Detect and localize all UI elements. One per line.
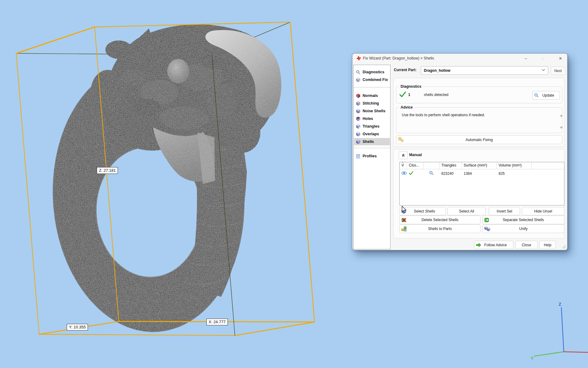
column-volume: Volume (mm³) bbox=[497, 162, 532, 169]
sidebar-item-overlaps[interactable]: Overlaps bbox=[354, 130, 390, 138]
minimize-button[interactable]: – bbox=[520, 54, 532, 62]
table-header-row: ^V Clos... Triangles Surface (mm²) Volum… bbox=[400, 162, 564, 169]
sidebar-item-stitching[interactable]: Stitching bbox=[354, 100, 390, 107]
follow-advice-button[interactable]: Follow Advice bbox=[474, 241, 513, 249]
cube-overlap-icon bbox=[356, 132, 360, 136]
separate-shell-icon bbox=[484, 217, 490, 223]
hide-unsel-button[interactable]: Hide Unsel bbox=[522, 207, 564, 215]
check-icon bbox=[409, 171, 413, 175]
shells-table[interactable]: ^V Clos... Triangles Surface (mm²) Volum… bbox=[399, 162, 564, 205]
dialog-titlebar[interactable]: Fix Wizard (Part: Dragon_hollow) > Shell… bbox=[352, 54, 567, 63]
cube-icon bbox=[356, 78, 360, 82]
close-button[interactable]: Close bbox=[515, 241, 537, 249]
cube-stitch-icon bbox=[356, 101, 360, 106]
cube-triangle-icon bbox=[356, 124, 360, 129]
sidebar-item-normals[interactable]: Normals bbox=[354, 92, 390, 99]
shells-to-parts-button[interactable]: Shells to Parts bbox=[399, 224, 481, 233]
resize-grip[interactable] bbox=[561, 244, 566, 248]
cube-noise-icon bbox=[356, 109, 360, 113]
sidebar-item-holes[interactable]: Holes bbox=[354, 115, 390, 122]
cell-volume: 825 bbox=[497, 171, 532, 176]
wizard-sidebar: Diagnostics Combined Fix Normals bbox=[353, 65, 390, 249]
axis-triad bbox=[534, 308, 588, 356]
cell-surface: 1384 bbox=[462, 171, 497, 176]
eye-icon[interactable] bbox=[401, 171, 407, 175]
advice-text: Use the tools to perform shell operation… bbox=[402, 113, 485, 117]
invert-sel-button[interactable]: Invert Sel bbox=[489, 207, 520, 215]
next-button[interactable]: Next bbox=[551, 67, 565, 75]
sidebar-item-profiles[interactable]: Profiles bbox=[354, 152, 390, 160]
dialog-title: Fix Wizard (Part: Dragon_hollow) > Shell… bbox=[363, 56, 434, 60]
advice-groupbox: Advice Use the tools to perform shell op… bbox=[396, 107, 562, 133]
delete-shell-icon bbox=[401, 217, 407, 223]
column-triangles: Triangles bbox=[439, 162, 462, 169]
table-row[interactable]: 823240 1384 825 bbox=[400, 169, 564, 178]
gears-icon: ⚙⚙ bbox=[398, 136, 405, 143]
select-all-button[interactable]: Select All bbox=[447, 207, 486, 215]
shells-to-parts-icon bbox=[401, 226, 407, 232]
sidebar-item-triangles[interactable]: Triangles bbox=[354, 123, 390, 130]
mouse-cursor bbox=[401, 206, 407, 213]
current-part-label: Current Part: bbox=[394, 68, 417, 72]
dim-label-z: Z: 27.181 bbox=[97, 167, 118, 174]
fix-wizard-dialog: Fix Wizard (Part: Dragon_hollow) > Shell… bbox=[352, 53, 567, 250]
delete-selected-shells-button[interactable]: Delete Selected Shells bbox=[399, 216, 481, 224]
sidebar-separator bbox=[354, 87, 390, 87]
chevron-down-icon bbox=[542, 69, 545, 71]
double-chevron-up-icon bbox=[401, 153, 405, 157]
column-closed: Clos... bbox=[407, 162, 424, 169]
cube-red-icon bbox=[356, 94, 360, 98]
unify-icon bbox=[484, 226, 490, 232]
help-button[interactable]: Help bbox=[539, 241, 556, 249]
collapse-manual-button[interactable] bbox=[399, 151, 408, 159]
axis-z-label: Z bbox=[559, 302, 561, 307]
fix-wizard-icon bbox=[356, 56, 361, 61]
column-surface: Surface (mm²) bbox=[462, 162, 497, 169]
check-icon bbox=[399, 91, 406, 98]
maximize-button: □ bbox=[537, 54, 549, 62]
sidebar-item-noise-shells[interactable]: Noise Shells bbox=[354, 107, 390, 115]
advice-scroll-down[interactable] bbox=[560, 127, 563, 129]
column-visible: ^V bbox=[400, 162, 407, 169]
cube-holes-icon bbox=[356, 117, 360, 121]
update-button[interactable]: Update bbox=[532, 91, 560, 100]
magnifier-icon[interactable] bbox=[429, 171, 434, 175]
dim-label-y: Y: 10.355 bbox=[67, 324, 88, 331]
magnifier-icon bbox=[356, 70, 360, 75]
advice-legend: Advice bbox=[399, 105, 414, 109]
axis-y-label: Y bbox=[531, 356, 533, 361]
manual-panel: Manual ^V Clos... Triangles Surface (mm²… bbox=[393, 149, 564, 239]
sidebar-separator bbox=[354, 148, 390, 148]
dim-label-x: X: 24.777 bbox=[206, 319, 228, 325]
current-part-select[interactable]: Dragon_hollow bbox=[421, 66, 548, 75]
advice-scroll-up[interactable] bbox=[560, 114, 563, 117]
manual-header: Manual bbox=[409, 153, 422, 157]
separate-selected-shells-button[interactable]: Separate Selected Shells bbox=[482, 216, 564, 224]
shell-count: 1 bbox=[408, 93, 410, 97]
diagnostics-message: shells detected bbox=[424, 93, 448, 97]
sidebar-item-shells[interactable]: Shells bbox=[354, 138, 390, 145]
dragon-ring-mesh bbox=[37, 24, 281, 347]
current-part-value: Dragon_hollow bbox=[421, 68, 450, 73]
diagnostics-legend: Diagnostics bbox=[399, 84, 423, 89]
close-window-button[interactable]: ✕ bbox=[554, 54, 567, 62]
diagnostics-groupbox: Diagnostics 1 shells detected Update bbox=[396, 86, 562, 103]
sidebar-item-combined-fix[interactable]: Combined Fix bbox=[354, 76, 390, 83]
cell-triangles: 823240 bbox=[439, 171, 462, 176]
magnifier-icon bbox=[534, 93, 539, 98]
cube-shells-icon bbox=[356, 140, 360, 144]
diagnostics-panel: Diagnostics 1 shells detected Update Adv… bbox=[393, 78, 564, 147]
sidebar-item-diagnostics[interactable]: Diagnostics bbox=[354, 68, 390, 76]
profiles-icon bbox=[356, 154, 360, 159]
automatic-fixing-button[interactable]: ⚙⚙ Automatic Fixing bbox=[396, 135, 562, 144]
column-inspect bbox=[424, 162, 439, 169]
green-arrow-icon bbox=[476, 243, 481, 247]
unify-button[interactable]: Unify bbox=[482, 224, 564, 233]
